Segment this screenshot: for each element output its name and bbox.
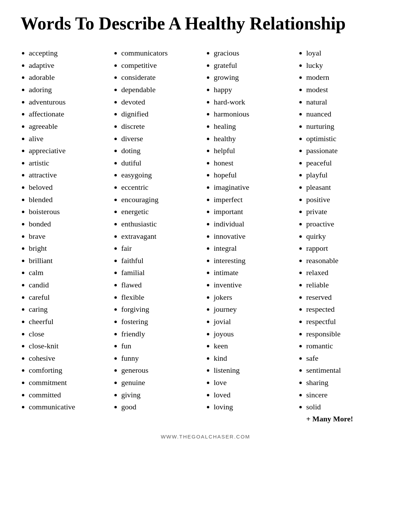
list-item: inventive — [214, 279, 295, 291]
list-item: hopeful — [214, 169, 295, 181]
list-item: loving — [214, 401, 295, 413]
list-item: rapport — [306, 242, 387, 255]
list-item: optimistic — [306, 133, 387, 145]
list-item: fun — [121, 340, 202, 352]
list-item: good — [121, 401, 202, 413]
list-item: discrete — [121, 120, 202, 133]
list-item: committed — [29, 389, 110, 401]
list-item: generous — [121, 364, 202, 376]
list-item: love — [214, 376, 295, 389]
list-item: dutiful — [121, 157, 202, 169]
list-item: romantic — [306, 340, 387, 352]
list-item: playful — [306, 169, 387, 181]
list-item: easygoing — [121, 169, 202, 181]
list-item: beloved — [29, 181, 110, 194]
list-item: competitive — [121, 59, 202, 72]
list-item: jovial — [214, 316, 295, 328]
list-item: friendly — [121, 328, 202, 340]
list-item: comforting — [29, 364, 110, 376]
list-item: kind — [214, 352, 295, 364]
list-item: forgiving — [121, 303, 202, 316]
list-item: peaceful — [306, 157, 387, 169]
list-item: enthusiastic — [121, 218, 202, 230]
list-item: cheerful — [29, 316, 110, 328]
list-item: sharing — [306, 376, 387, 389]
list-item: close-knit — [29, 340, 110, 352]
column-4: loyalluckymodernmodestnaturalnuancednurt… — [298, 47, 390, 423]
list-item: keen — [214, 340, 295, 352]
list-item: intimate — [214, 267, 295, 279]
list-item: gracious — [214, 47, 295, 59]
more-text: + Many More! — [298, 415, 387, 423]
list-item: grateful — [214, 59, 295, 72]
list-item: adorable — [29, 71, 110, 84]
list-item: encouraging — [121, 194, 202, 206]
list-item: dignified — [121, 108, 202, 120]
list-item: healthy — [214, 133, 295, 145]
list-item: jokers — [214, 291, 295, 304]
list-item: honest — [214, 157, 295, 169]
list-item: innovative — [214, 230, 295, 243]
list-item: appreciative — [29, 145, 110, 157]
list-item: growing — [214, 71, 295, 84]
list-item: boisterous — [29, 206, 110, 218]
list-item: eccentric — [121, 181, 202, 194]
list-item: reasonable — [306, 255, 387, 267]
list-item: happy — [214, 84, 295, 96]
list-item: loved — [214, 389, 295, 401]
list-item: integral — [214, 242, 295, 255]
list-item: proactive — [306, 218, 387, 230]
list-item: commitment — [29, 376, 110, 389]
list-item: nuanced — [306, 108, 387, 120]
list-item: brilliant — [29, 255, 110, 267]
list-item: communicators — [121, 47, 202, 59]
list-item: extravagant — [121, 230, 202, 243]
list-item: calm — [29, 267, 110, 279]
list-item: important — [214, 206, 295, 218]
list-item: candid — [29, 279, 110, 291]
list-item: reserved — [306, 291, 387, 304]
list-item: energetic — [121, 206, 202, 218]
list-item: artistic — [29, 157, 110, 169]
list-item: familial — [121, 267, 202, 279]
column-2: communicatorscompetitiveconsideratedepen… — [113, 47, 206, 423]
footer-url: WWW.THEGOALCHASER.COM — [21, 434, 390, 440]
list-item: sincere — [306, 389, 387, 401]
list-item: diverse — [121, 133, 202, 145]
list-item: adventurous — [29, 96, 110, 108]
list-item: interesting — [214, 255, 295, 267]
list-item: natural — [306, 96, 387, 108]
list-item: bright — [29, 242, 110, 255]
list-item: funny — [121, 352, 202, 364]
list-item: careful — [29, 291, 110, 304]
list-item: harmonious — [214, 108, 295, 120]
list-item: modern — [306, 71, 387, 84]
list-item: hard-work — [214, 96, 295, 108]
list-item: considerate — [121, 71, 202, 84]
list-item: positive — [306, 194, 387, 206]
list-item: reliable — [306, 279, 387, 291]
list-item: caring — [29, 303, 110, 316]
list-item: nurturing — [306, 120, 387, 133]
list-item: flexible — [121, 291, 202, 304]
list-item: joyous — [214, 328, 295, 340]
column-3: graciousgratefulgrowinghappyhard-workhar… — [206, 47, 298, 423]
list-item: listening — [214, 364, 295, 376]
list-item: responsible — [306, 328, 387, 340]
list-item: adoring — [29, 84, 110, 96]
list-item: pleasant — [306, 181, 387, 194]
list-item: imperfect — [214, 194, 295, 206]
list-item: fair — [121, 242, 202, 255]
list-item: communicative — [29, 401, 110, 413]
list-item: private — [306, 206, 387, 218]
list-item: fostering — [121, 316, 202, 328]
list-item: attractive — [29, 169, 110, 181]
list-item: modest — [306, 84, 387, 96]
list-item: safe — [306, 352, 387, 364]
list-item: individual — [214, 218, 295, 230]
list-item: faithful — [121, 255, 202, 267]
list-item: helpful — [214, 145, 295, 157]
list-item: brave — [29, 230, 110, 243]
list-item: close — [29, 328, 110, 340]
list-item: quirky — [306, 230, 387, 243]
